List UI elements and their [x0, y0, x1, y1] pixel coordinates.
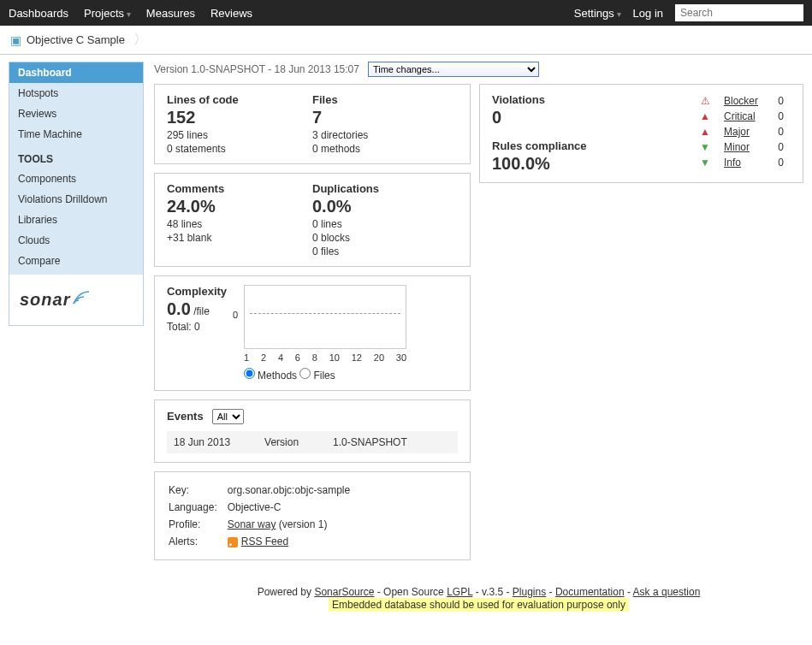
minor-link[interactable]: Minor [724, 141, 750, 153]
sidebar-item-violations-drilldown[interactable]: Violations Drilldown [9, 189, 143, 210]
nav-projects[interactable]: Projects [84, 7, 131, 20]
sidebar-item-reviews[interactable]: Reviews [9, 104, 143, 124]
info-icon: ▼ [693, 155, 717, 170]
files-dirs: 3 directories [312, 129, 458, 141]
minor-icon: ▼ [693, 139, 717, 155]
sidebar-item-hotspots[interactable]: Hotspots [9, 83, 143, 104]
violations-title: Violations [492, 93, 587, 106]
sidebar-item-compare[interactable]: Compare [9, 251, 143, 271]
breadcrumb-project[interactable]: Objective C Sample [27, 33, 125, 46]
footer-plugins-link[interactable]: Plugins [513, 586, 546, 598]
dup-files: 0 files [312, 246, 458, 257]
blocker-link[interactable]: Blocker [724, 95, 758, 107]
files-value: 7 [312, 108, 458, 127]
sidebar-item-dashboard[interactable]: Dashboard [9, 62, 143, 83]
compliance-value: 100.0% [492, 154, 587, 174]
major-link[interactable]: Major [724, 126, 750, 138]
footer-ask-link[interactable]: Ask a question [633, 586, 701, 598]
sonar-logo: sonar [9, 275, 143, 325]
violations-value: 0 [492, 108, 587, 127]
nav-reviews[interactable]: Reviews [210, 7, 252, 20]
info-count: 0 [765, 155, 791, 170]
events-filter-select[interactable]: All [212, 409, 244, 424]
chart-zero-label: 0 [233, 310, 238, 320]
rss-feed-link[interactable]: RSS Feed [241, 536, 288, 547]
complexity-title: Complexity [167, 285, 227, 298]
loc-panel: Lines of code 152 295 lines 0 statements… [154, 84, 471, 164]
complexity-chart: 0 1246810122030 Methods Files [244, 285, 406, 382]
comments-panel: Comments 24.0% 48 lines +31 blank Duplic… [154, 173, 471, 267]
sidebar-item-libraries[interactable]: Libraries [9, 210, 143, 230]
blocker-count: 0 [765, 93, 791, 109]
files-title: Files [312, 93, 458, 106]
loc-title: Lines of code [167, 93, 312, 106]
footer: Powered by SonarSource - Open Source LGP… [154, 586, 803, 629]
critical-link[interactable]: Critical [724, 110, 756, 122]
critical-icon: ▲ [693, 109, 717, 124]
nav-left: Dashboards Projects Measures Reviews [9, 7, 252, 20]
rss-icon [228, 537, 238, 547]
meta-profile-suffix: (version 1) [276, 518, 327, 530]
footer-docs-link[interactable]: Documentation [555, 586, 625, 598]
footer-lgpl-link[interactable]: LGPL [447, 586, 472, 598]
compliance-title: Rules compliance [492, 139, 587, 152]
nav-right: Settings Log in [574, 4, 803, 21]
nav-settings[interactable]: Settings [574, 7, 621, 20]
comments-title: Comments [167, 182, 312, 195]
dup-title: Duplications [312, 182, 458, 195]
major-icon: ▲ [693, 124, 717, 139]
dashboard-content: Version 1.0-SNAPSHOT - 18 Jun 2013 15:07… [154, 62, 803, 629]
meta-lang-value: Objective-C [228, 500, 359, 515]
sidebar-tools-heading: TOOLS [9, 145, 143, 169]
event-date: 18 Jun 2013 [174, 436, 230, 448]
dup-blocks: 0 blocks [312, 232, 458, 244]
search-input[interactable] [675, 4, 803, 21]
sidebar-item-time-machine[interactable]: Time Machine [9, 124, 143, 145]
event-value: 1.0-SNAPSHOT [333, 436, 407, 448]
nav-dashboards[interactable]: Dashboards [9, 7, 68, 20]
breadcrumb: ▣ Objective C Sample 〉 [0, 26, 812, 55]
chart-baseline [250, 313, 400, 314]
dup-value: 0.0% [312, 197, 458, 216]
chart-axis: 1246810122030 [244, 352, 406, 363]
comments-blank: +31 blank [167, 232, 312, 244]
version-row: Version 1.0-SNAPSHOT - 18 Jun 2013 15:07… [154, 62, 803, 77]
files-methods: 0 methods [312, 143, 458, 155]
complexity-panel: Complexity 0.0 /file Total: 0 0 12468101… [154, 275, 471, 391]
complexity-value: 0.0 [167, 299, 191, 318]
major-count: 0 [765, 124, 791, 139]
chevron-right-icon: 〉 [133, 31, 147, 49]
meta-lang-label: Language: [169, 500, 226, 515]
meta-panel: Key:org.sonar.objc:objc-sample Language:… [154, 471, 471, 560]
meta-profile-link[interactable]: Sonar way [228, 518, 276, 530]
violations-panel: Violations 0 Rules compliance 100.0% ⚠Bl… [479, 84, 803, 183]
nav-login[interactable]: Log in [633, 7, 663, 20]
project-icon: ▣ [10, 33, 21, 47]
meta-key-label: Key: [169, 482, 226, 498]
nav-measures[interactable]: Measures [146, 7, 195, 20]
footer-sonarsource-link[interactable]: SonarSource [314, 586, 374, 598]
complexity-total: Total: 0 [167, 321, 227, 333]
blocker-icon: ⚠ [693, 93, 717, 109]
time-changes-select[interactable]: Time changes... [368, 62, 539, 77]
radio-files[interactable]: Files [299, 370, 335, 382]
top-nav-bar: Dashboards Projects Measures Reviews Set… [0, 0, 812, 26]
comments-value: 24.0% [167, 197, 312, 216]
sonar-waves-icon [72, 290, 91, 308]
radio-methods[interactable]: Methods [244, 370, 297, 382]
info-link[interactable]: Info [724, 157, 741, 169]
events-panel: Events All 18 Jun 2013 Version 1.0-SNAPS… [154, 399, 471, 463]
events-row: 18 Jun 2013 Version 1.0-SNAPSHOT [167, 431, 458, 453]
sidebar-item-components[interactable]: Components [9, 169, 143, 189]
loc-lines: 295 lines [167, 129, 312, 141]
events-title: Events [167, 410, 204, 423]
sidebar-item-clouds[interactable]: Clouds [9, 230, 143, 251]
event-type: Version [264, 436, 299, 448]
footer-warning: Embedded database should be used for eva… [329, 598, 629, 612]
meta-profile-label: Profile: [169, 517, 226, 532]
sidebar: Dashboard Hotspots Reviews Time Machine … [9, 62, 144, 326]
critical-count: 0 [765, 109, 791, 124]
loc-statements: 0 statements [167, 143, 312, 155]
dup-lines: 0 lines [312, 218, 458, 230]
loc-value: 152 [167, 108, 312, 127]
